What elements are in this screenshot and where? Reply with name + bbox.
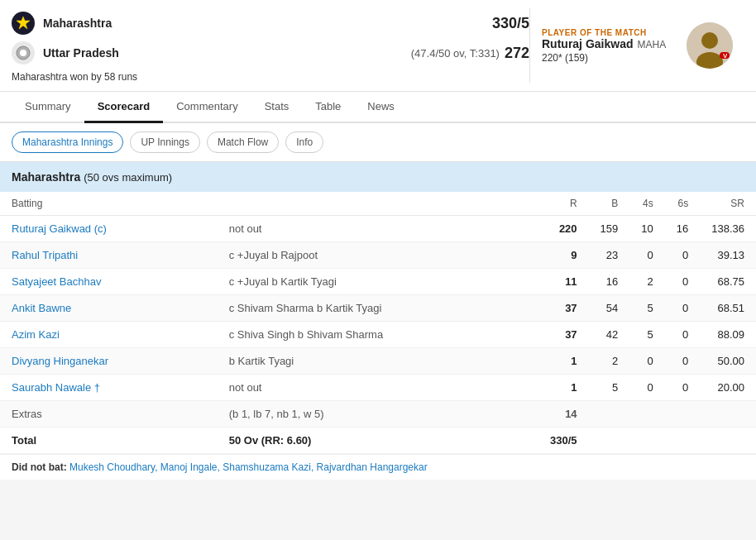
tab-news[interactable]: News [354,92,408,123]
balls: 23 [589,242,630,269]
sixes: 0 [665,295,700,322]
team2-name: Uttar Pradesh [43,46,411,60]
extras-label: Extras [0,401,218,428]
col-header-6s: 6s [665,192,700,216]
team1-row: Maharashtra 330/5 [12,8,529,38]
table-row: Ankit Bawne c Shivam Sharma b Kartik Tya… [0,295,756,322]
table-row: Satyajeet Bachhav c +Juyal b Kartik Tyag… [0,269,756,295]
potm-score: 220* (159) [542,52,678,64]
dismissal-text: c Shiva Singh b Shivam Sharma [218,322,538,348]
batsman-name[interactable]: Ruturaj Gaikwad (c) [12,222,107,235]
strike-rate: 50.00 [700,348,756,375]
runs: 11 [538,269,589,295]
extras-detail: (b 1, lb 7, nb 1, w 5) [218,401,538,428]
balls: 16 [589,269,630,295]
batsman-name[interactable]: Ankit Bawne [12,302,71,314]
col-header-4s: 4s [629,192,664,216]
tab-stats[interactable]: Stats [251,92,303,123]
sixes: 0 [665,242,700,269]
svg-text:V: V [723,52,728,60]
potm-label: PLAYER OF THE MATCH [542,28,678,37]
fours: 0 [629,348,664,375]
strike-rate: 138.36 [700,216,756,242]
balls: 42 [589,322,630,348]
did-not-bat: Did not bat: Mukesh Choudhary, Manoj Ing… [0,454,756,480]
potm-info: PLAYER OF THE MATCH Ruturaj Gaikwad MAHA… [542,28,678,64]
runs: 9 [538,242,589,269]
tab-commentary[interactable]: Commentary [163,92,251,123]
fours: 0 [629,242,664,269]
dismissal-text: not out [218,375,538,401]
batting-table: Batting R B 4s 6s SR Ruturaj Gaikwad (c)… [0,192,756,454]
dismissal-text: b Kartik Tyagi [218,348,538,375]
table-row: Azim Kazi c Shiva Singh b Shivam Sharma … [0,322,756,348]
fours: 5 [629,295,664,322]
batsman-name[interactable]: Satyajeet Bachhav [12,275,101,288]
runs: 37 [538,322,589,348]
strike-rate: 68.51 [700,295,756,322]
batsman-name[interactable]: Azim Kazi [12,328,60,341]
col-header-r: R [538,192,589,216]
dismissal-text: c +Juyal b Rajpoot [218,242,538,269]
batsman-name[interactable]: Rahul Tripathi [12,249,78,261]
fours: 2 [629,269,664,295]
innings-tab-maharashtra[interactable]: Maharashtra Innings [12,131,123,153]
runs: 220 [538,216,589,242]
total-runs: 330/5 [538,428,589,454]
sixes: 0 [665,269,700,295]
tab-scorecard[interactable]: Scorecard [84,92,164,123]
table-row: Saurabh Nawale † not out 1 5 0 0 20.00 [0,375,756,401]
strike-rate: 88.09 [700,322,756,348]
col-header-dismissal [218,192,538,216]
sixes: 16 [665,216,700,242]
innings-tabs: Maharashtra Innings UP Innings Match Flo… [0,123,756,162]
match-result: Maharashtra won by 58 runs [12,68,529,83]
strike-rate: 20.00 [700,375,756,401]
innings-tab-up[interactable]: UP Innings [130,131,199,153]
innings-overs-max: (50 ovs maximum) [84,171,172,184]
tab-summary[interactable]: Summary [12,92,84,123]
extras-runs: 14 [538,401,589,428]
strike-rate: 39.13 [700,242,756,269]
total-label: Total [0,428,218,454]
team2-score: 272 [505,45,529,62]
team1-logo [12,12,35,35]
runs: 1 [538,375,589,401]
team2-score-detail: (47.4/50 ov, T:331) [411,47,500,60]
balls: 159 [589,216,630,242]
team2-row: Uttar Pradesh (47.4/50 ov, T:331) 272 [12,38,529,68]
total-row: Total 50 Ov (RR: 6.60) 330/5 [0,428,756,454]
team1-score: 330/5 [492,15,529,32]
svg-point-2 [20,50,26,56]
innings-team: Maharashtra [12,170,80,184]
player-of-match: PLAYER OF THE MATCH Ruturaj Gaikwad MAHA… [529,8,744,83]
runs: 1 [538,348,589,375]
tab-table[interactable]: Table [302,92,354,123]
total-detail: 50 Ov (RR: 6.60) [218,428,538,454]
col-header-batting: Batting [0,192,218,216]
dismissal-text: not out [218,216,538,242]
team2-logo [12,41,35,65]
batsman-name[interactable]: Divyang Hinganekar [12,355,108,367]
team1-name: Maharashtra [43,17,492,30]
svg-point-4 [701,32,718,49]
batsman-name[interactable]: Saurabh Nawale † [12,381,100,394]
potm-name: Ruturaj Gaikwad [542,37,633,50]
balls: 54 [589,295,630,322]
svg-marker-0 [17,17,30,29]
innings-header: Maharashtra (50 ovs maximum) [0,162,756,192]
table-row: Ruturaj Gaikwad (c) not out 220 159 10 1… [0,216,756,242]
strike-rate: 68.75 [700,269,756,295]
fours: 0 [629,375,664,401]
col-header-sr: SR [700,192,756,216]
potm-team: MAHA [637,39,666,50]
did-not-bat-players: Mukesh Choudhary, Manoj Ingale, Shamshuz… [69,461,428,473]
dismissal-text: c +Juyal b Kartik Tyagi [218,269,538,295]
potm-avatar: V [687,22,733,69]
table-row: Divyang Hinganekar b Kartik Tyagi 1 2 0 … [0,348,756,375]
match-header: Maharashtra 330/5 Uttar Pradesh (47.4/50… [0,0,756,92]
innings-tab-matchflow[interactable]: Match Flow [207,131,279,153]
innings-tab-info[interactable]: Info [285,131,323,153]
sixes: 0 [665,375,700,401]
table-row: Rahul Tripathi c +Juyal b Rajpoot 9 23 0… [0,242,756,269]
